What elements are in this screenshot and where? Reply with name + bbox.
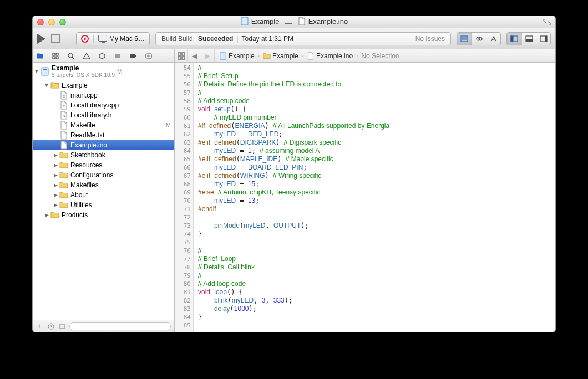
svg-text:c: c <box>63 104 65 109</box>
tree-folder[interactable]: ▶Sketchbook <box>33 150 174 160</box>
toolbar: My Mac 6… Build Build: Succeeded | Today… <box>33 28 555 49</box>
file-icon: h <box>59 111 68 120</box>
folder-icon <box>59 191 68 199</box>
activity-prefix: Build Build: <box>161 35 195 43</box>
scheme-target-icon <box>81 35 89 43</box>
svg-point-28 <box>149 55 150 57</box>
scheme-selector[interactable]: My Mac 6… <box>76 32 150 45</box>
debug-navigator-tab[interactable] <box>113 51 123 61</box>
editor-mode-group <box>457 32 501 45</box>
breadcrumb-item[interactable]: Example <box>217 52 257 60</box>
body: ▼Example5 targets, OS X SDK 10.9M▼Exampl… <box>33 49 555 332</box>
related-items-button[interactable] <box>175 49 188 63</box>
toggle-debug-button[interactable] <box>521 33 536 45</box>
breadcrumb[interactable]: Example›Example›Example.ino›No Selection <box>215 52 402 60</box>
assistant-editor-button[interactable] <box>472 33 486 45</box>
svg-rect-2 <box>242 21 247 21</box>
tree-file[interactable]: cmain.cpp <box>33 90 174 100</box>
navigator: ▼Example5 targets, OS X SDK 10.9M▼Exampl… <box>33 49 175 332</box>
file-icon <box>59 141 68 150</box>
breadcrumb-item[interactable]: No Selection <box>359 52 401 60</box>
zoom-icon[interactable] <box>59 19 66 25</box>
tree-file[interactable]: ReadMe.txt <box>33 130 174 140</box>
svg-rect-36 <box>60 324 64 329</box>
test-navigator-tab[interactable] <box>97 51 107 61</box>
svg-point-20 <box>68 53 73 58</box>
recent-filter-button[interactable] <box>47 322 55 330</box>
svg-rect-40 <box>182 57 185 59</box>
svg-rect-0 <box>241 17 248 25</box>
document-icon <box>297 17 306 25</box>
folder-icon <box>59 161 68 170</box>
title-separator: — <box>285 19 292 27</box>
file-icon: c <box>59 91 68 100</box>
folder-icon <box>59 181 68 190</box>
svg-rect-11 <box>511 36 513 42</box>
svg-rect-41 <box>220 52 226 59</box>
minimize-icon[interactable] <box>48 19 55 25</box>
project-root[interactable]: ▼Example5 targets, OS X SDK 10.9M <box>33 63 174 80</box>
file-icon <box>59 131 68 140</box>
folder-icon <box>59 201 68 209</box>
svg-rect-39 <box>178 57 181 59</box>
xcode-project-icon <box>40 67 49 76</box>
activity-sep: | <box>236 35 238 43</box>
project-navigator-tab[interactable] <box>35 51 45 61</box>
tree-file[interactable]: hLocalLibrary.h <box>33 110 174 120</box>
navigator-filter-field[interactable] <box>69 322 171 330</box>
project-tree[interactable]: ▼Example5 targets, OS X SDK 10.9M▼Exampl… <box>33 63 174 320</box>
run-button[interactable] <box>37 34 45 44</box>
svg-rect-38 <box>182 53 185 55</box>
tree-folder[interactable]: ▶Configurations <box>33 170 174 180</box>
breakpoint-navigator-tab[interactable] <box>128 51 138 61</box>
svg-rect-18 <box>53 57 55 59</box>
xcode-window: Example — Example.ino My Mac 6… Build Bu… <box>32 16 556 332</box>
breadcrumb-item[interactable]: Example.ino <box>305 52 355 60</box>
back-button[interactable]: ◀ <box>188 49 201 63</box>
breadcrumb-item[interactable]: Example <box>261 52 301 60</box>
svg-rect-17 <box>56 53 58 55</box>
svg-rect-30 <box>43 69 47 70</box>
find-navigator-tab[interactable] <box>66 51 76 61</box>
forward-button[interactable]: ▶ <box>201 49 215 63</box>
version-editor-button[interactable] <box>486 33 500 45</box>
svg-rect-13 <box>526 39 533 42</box>
standard-editor-button[interactable] <box>457 33 472 45</box>
symbol-navigator-tab[interactable] <box>50 51 60 61</box>
toolbar-divider <box>68 32 68 46</box>
tree-folder[interactable]: ▼Example <box>33 80 174 90</box>
file-icon <box>59 121 68 130</box>
issue-navigator-tab[interactable] <box>82 51 92 61</box>
tree-folder[interactable]: ▶Resources <box>33 160 174 170</box>
svg-text:h: h <box>63 114 65 119</box>
panel-toggle-group <box>506 32 551 45</box>
fullscreen-icon[interactable] <box>543 19 551 25</box>
tree-file[interactable]: Example.ino <box>33 140 174 150</box>
stop-button[interactable] <box>51 34 60 43</box>
tree-file[interactable]: MakefileM <box>33 120 174 130</box>
folder-icon <box>50 211 59 219</box>
tree-folder[interactable]: ▶Makefiles <box>33 180 174 190</box>
scm-filter-button[interactable] <box>58 322 66 330</box>
tree-folder[interactable]: ▶About <box>33 190 174 200</box>
navigator-filter-bar: ＋ <box>33 320 174 332</box>
close-icon[interactable] <box>37 19 44 25</box>
toggle-navigator-button[interactable] <box>507 33 521 45</box>
code-area[interactable]: // // Brief Setup // Details Define the … <box>194 63 555 332</box>
toggle-utilities-button[interactable] <box>536 33 550 45</box>
svg-rect-16 <box>53 53 55 55</box>
svg-line-21 <box>72 57 74 59</box>
tree-file[interactable]: cLocalLibrary.cpp <box>33 100 174 110</box>
folder-icon <box>59 151 68 160</box>
title-project: Example <box>251 17 280 25</box>
tree-folder[interactable]: ▶Products <box>33 210 174 220</box>
svg-text:c: c <box>63 94 65 99</box>
add-button[interactable]: ＋ <box>36 322 44 330</box>
svg-rect-37 <box>178 53 181 55</box>
xcode-project-icon <box>240 17 249 25</box>
source-editor[interactable]: 54 55 56 57 58 59 60 61 62 63 64 65 66 6… <box>175 63 555 332</box>
titlebar: Example — Example.ino <box>33 16 555 28</box>
jump-bar: ◀ ▶ Example›Example›Example.ino›No Selec… <box>175 49 555 63</box>
tree-folder[interactable]: ▶Utilities <box>33 200 174 210</box>
log-navigator-tab[interactable] <box>144 51 154 61</box>
